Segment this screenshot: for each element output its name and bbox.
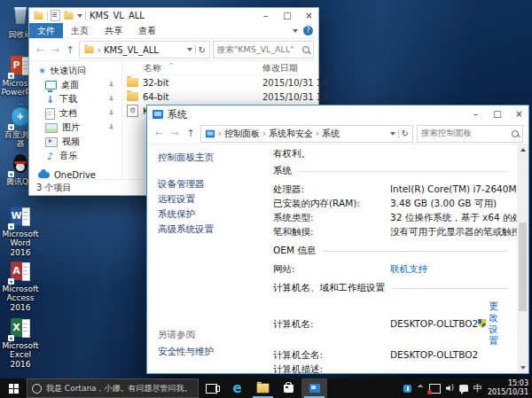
sidebar-item-security-maintenance[interactable]: 安全性与维护 (158, 346, 214, 358)
desktop-icon-excel[interactable]: X Microsoft Excel 2016 (1, 317, 40, 369)
explorer-search-box[interactable]: 搜索"KMS_VL_ALL" (213, 41, 314, 59)
address-dropdown-chevron-icon[interactable] (390, 132, 395, 136)
sidebar-item-downloads[interactable]: ↓ 下载 (29, 92, 121, 106)
sidebar-item-system-protection[interactable]: 系统保护 (147, 207, 246, 222)
forward-button[interactable]: → (168, 128, 181, 139)
scrollbar-thumb[interactable] (519, 222, 527, 311)
file-row-32bit[interactable]: 32-bit 2015/10/31 14: (122, 75, 318, 90)
sidebar-item-onedrive[interactable]: OneDrive (29, 168, 121, 179)
tab-file[interactable]: 文件 (29, 23, 63, 38)
action-center-icon[interactable] (459, 385, 468, 392)
help-button[interactable]: ? (303, 26, 313, 35)
file-explorer-taskbar-button[interactable] (250, 378, 276, 398)
sidebar-item-label: 音乐 (59, 150, 77, 162)
folder-icon (84, 46, 93, 53)
sidebar-item-desktop[interactable]: 桌面 (29, 78, 121, 92)
pin-icon (108, 96, 114, 103)
close-button[interactable]: × (300, 9, 318, 23)
icon-label: Microsoft Excel 2016 (1, 341, 40, 369)
address-bar[interactable]: › KMS_VL_ALL ↻ (79, 41, 210, 59)
explorer-titlebar[interactable]: KMS_VL_ALL – □ × (29, 8, 318, 23)
address-bar[interactable]: › 控制面板 › 系统和安全 › 系统 ↻ (200, 125, 413, 143)
sidebar-item-quick-access[interactable]: ★ 快速访问 (29, 64, 121, 78)
search-placeholder: 搜索控制面板 (421, 128, 512, 139)
store-taskbar-button[interactable] (276, 378, 301, 398)
address-dropdown-chevron-icon[interactable] (187, 48, 192, 51)
new-folder-icon[interactable] (64, 12, 73, 20)
minimize-button[interactable]: – (466, 107, 485, 121)
edge-taskbar-button[interactable]: e (224, 378, 250, 398)
sidebar-item-pictures[interactable]: 图片 (29, 121, 121, 135)
task-view-button[interactable] (199, 378, 224, 398)
customize-quick-access-chevron-icon[interactable] (77, 14, 82, 18)
volume-icon[interactable]: ) (446, 385, 454, 392)
sidebar-item-music[interactable]: ♪ 音乐 (29, 149, 121, 163)
refresh-button[interactable]: ↻ (199, 45, 206, 55)
file-list-header[interactable]: ^ 名称 修改日期 (122, 61, 318, 75)
properties-icon[interactable] (51, 10, 60, 21)
cortana-placeholder: 我是 Cortana，小娜。有问题尽管问我。 (46, 383, 192, 394)
sidebar-item-videos[interactable]: 视频 (29, 135, 121, 149)
vertical-scrollbar[interactable] (517, 144, 528, 373)
tab-home[interactable]: 主页 (63, 23, 97, 38)
cortana-search-box[interactable]: 我是 Cortana，小娜。有问题尽管问我。 (27, 378, 199, 398)
see-also-label: 另请参阅 (158, 329, 195, 341)
system-window-taskbar-button[interactable] (301, 378, 327, 398)
back-button[interactable]: ← (34, 44, 46, 56)
change-settings-link[interactable]: 更改设置 (489, 300, 506, 347)
excel-icon: X (10, 318, 31, 339)
column-name[interactable]: 名称 (144, 61, 161, 74)
tab-view[interactable]: 查看 (130, 23, 164, 38)
star-icon: ★ (38, 66, 46, 75)
up-button[interactable]: ↑ (184, 128, 197, 139)
tab-share[interactable]: 共享 (97, 23, 130, 38)
ime-indicator[interactable]: 中 (473, 382, 482, 394)
sidebar-item-device-manager[interactable]: 设备管理器 (147, 176, 246, 191)
scroll-up-arrow-icon[interactable] (517, 144, 528, 155)
system-window-icon (153, 110, 163, 119)
file-row-64bit[interactable]: 64-bit 2015/10/31 14: (122, 90, 318, 104)
start-button[interactable] (0, 378, 27, 398)
desktop-icon-access[interactable]: A Microsoft Access 2016 (1, 261, 40, 312)
batch-file-icon: ⚙ (127, 105, 138, 117)
system-titlebar[interactable]: 系统 – □ × (147, 105, 528, 123)
control-panel-search-box[interactable]: 搜索控制面板 (417, 125, 523, 143)
forward-button[interactable]: → (49, 44, 61, 56)
breadcrumb-chevron-icon: › (316, 129, 319, 138)
sidebar-item-label: 桌面 (61, 79, 79, 91)
usb-safely-remove-icon[interactable] (403, 385, 411, 393)
taskbar-clock[interactable]: 15:03 2015/10/31 (488, 379, 528, 397)
breadcrumb-control-panel[interactable]: 控制面板 (224, 128, 260, 140)
minimize-button[interactable]: – (256, 9, 275, 23)
refresh-button[interactable]: ↻ (402, 129, 409, 138)
expand-ribbon-chevron-icon[interactable] (293, 29, 298, 33)
sidebar-item-remote-settings[interactable]: 远程设置 (147, 191, 246, 207)
maximize-button[interactable]: □ (489, 107, 507, 121)
column-date-modified[interactable]: 修改日期 (262, 61, 298, 74)
back-button[interactable]: ← (153, 128, 165, 139)
sidebar-item-advanced-settings[interactable]: 高级系统设置 (147, 222, 246, 237)
sidebar-item-documents[interactable]: 文档 (29, 106, 121, 121)
explorer-navigation-bar: ← → ↑ › KMS_VL_ALL ↻ 搜索"KMS_VL_ALL" (29, 39, 318, 61)
up-button[interactable]: ↑ (64, 44, 76, 56)
shortcut-arrow-icon (8, 335, 14, 341)
maximize-button[interactable]: □ (278, 9, 297, 23)
row-system-type: 系统类型: 32 位操作系统，基于 x64 的处理器 (273, 212, 508, 223)
address-path: KMS_VL_ALL (104, 45, 159, 55)
sidebar-item-label: 文档 (59, 107, 77, 120)
file-explorer-icon (257, 384, 270, 394)
scroll-down-arrow-icon[interactable] (517, 363, 528, 373)
shortcut-arrow-icon (8, 124, 14, 130)
network-status-icon[interactable] (429, 384, 441, 394)
breadcrumb-system[interactable]: 系统 (322, 128, 340, 140)
online-support-link[interactable]: 联机支持 (390, 263, 427, 275)
windows-logo-icon (9, 384, 19, 394)
file-name: 64-bit (143, 92, 168, 102)
breadcrumb-system-security[interactable]: 系统和安全 (269, 128, 313, 140)
icon-label: Microsoft Word 2016 (1, 230, 40, 257)
word-icon: W (10, 207, 31, 228)
close-button[interactable]: × (510, 107, 528, 121)
sidebar-item-control-panel-home[interactable]: 控制面板主页 (147, 152, 246, 164)
desktop-icon-word[interactable]: W Microsoft Word 2016 (1, 206, 40, 257)
show-hidden-icons-chevron[interactable]: ^ (417, 385, 424, 393)
